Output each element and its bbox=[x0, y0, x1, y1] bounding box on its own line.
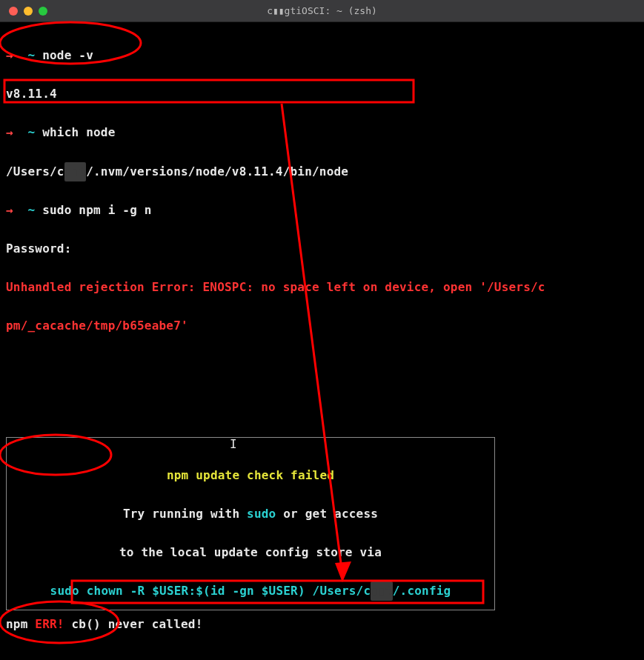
error-text: Unhandled rejection Error: ENOSPC: no sp… bbox=[6, 280, 545, 294]
terminal-line: → ~ node -v bbox=[6, 46, 638, 65]
prompt-arrow: → bbox=[6, 48, 13, 62]
prompt-tilde: ~ bbox=[28, 203, 36, 217]
notice-command: /.config bbox=[393, 584, 451, 598]
maximize-button[interactable] bbox=[39, 7, 47, 16]
output-text: v8.11.4 bbox=[6, 87, 57, 101]
terminal-line: pm/_cacache/tmp/b65eabe7' bbox=[6, 316, 638, 336]
command-text: sudo npm i -g n bbox=[42, 203, 152, 217]
notice-text: Try running with bbox=[123, 507, 247, 521]
terminal-line: Password: bbox=[6, 239, 638, 259]
window-title: c▮▮gtiOSCI: ~ (zsh) bbox=[0, 5, 644, 16]
redacted-text: ▮▮t bbox=[64, 162, 87, 181]
output-text: cb() never called! bbox=[64, 617, 203, 631]
npm-notice-box: npm update check failed Try running with… bbox=[6, 437, 495, 611]
command-text: which node bbox=[42, 125, 115, 139]
prompt-arrow: → bbox=[6, 125, 13, 139]
blank-line bbox=[6, 653, 638, 660]
npm-label: npm bbox=[6, 617, 28, 631]
err-label: ERR! bbox=[28, 617, 64, 631]
notice-text: to the local update config store via bbox=[119, 545, 382, 559]
notice-sudo: sudo bbox=[247, 507, 276, 521]
terminal-line: npm ERR! cb() never called! bbox=[6, 615, 638, 634]
prompt-tilde: ~ bbox=[28, 125, 36, 139]
notice-text: or get access bbox=[276, 507, 378, 521]
titlebar: c▮▮gtiOSCI: ~ (zsh) bbox=[0, 0, 644, 22]
prompt-arrow: → bbox=[6, 203, 13, 217]
terminal-content[interactable]: → ~ node -v v8.11.4 → ~ which node /User… bbox=[0, 22, 644, 660]
close-button[interactable] bbox=[9, 7, 18, 16]
terminal-line: Unhandled rejection Error: ENOSPC: no sp… bbox=[6, 278, 638, 297]
output-text: /Users/c bbox=[6, 164, 64, 179]
prompt-tilde: ~ bbox=[28, 48, 36, 62]
terminal-line: → ~ sudo npm i -g n bbox=[6, 201, 638, 220]
blank-line bbox=[6, 355, 638, 374]
terminal-line: v8.11.4 bbox=[6, 84, 638, 104]
error-text: pm/_cacache/tmp/b65eabe7' bbox=[6, 319, 188, 333]
notice-command: sudo chown -R $USER:$(id -gn $USER) /Use… bbox=[50, 584, 371, 598]
minimize-button[interactable] bbox=[24, 7, 33, 16]
output-text: /.nvm/versions/node/v8.11.4/bin/node bbox=[86, 164, 348, 179]
notice-title: npm update check failed bbox=[167, 468, 334, 482]
traffic-lights bbox=[0, 7, 47, 16]
output-text: Password: bbox=[6, 241, 72, 256]
command-text: node -v bbox=[42, 48, 93, 62]
blank-line bbox=[6, 393, 638, 413]
terminal-line: /Users/c▮▮t/.nvm/versions/node/v8.11.4/b… bbox=[6, 162, 638, 181]
terminal-line: → ~ which node bbox=[6, 123, 638, 142]
redacted-text: ▮▮t bbox=[371, 581, 393, 601]
